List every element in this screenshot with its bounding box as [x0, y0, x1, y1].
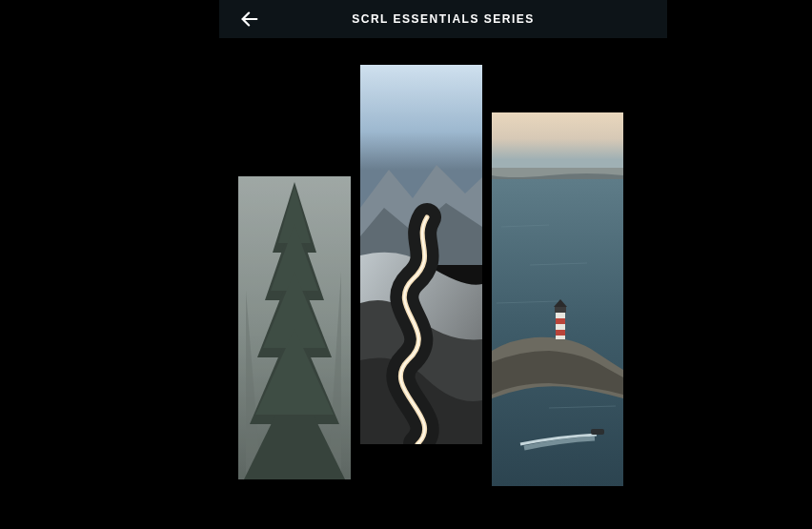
- panel-carousel[interactable]: [0, 0, 812, 529]
- panel-pine-tree[interactable]: [238, 176, 351, 479]
- winding-road-image: [360, 65, 482, 444]
- svg-rect-23: [591, 429, 604, 435]
- pine-tree-image: [238, 176, 351, 479]
- svg-rect-21: [555, 307, 566, 313]
- panel-coastal-sunset[interactable]: [492, 112, 623, 486]
- svg-rect-20: [556, 330, 565, 336]
- svg-rect-19: [556, 318, 565, 324]
- app-frame: SCRL ESSENTIALS SERIES: [0, 0, 812, 529]
- panel-winding-road[interactable]: [360, 65, 482, 444]
- svg-rect-13: [238, 176, 351, 479]
- coastal-image: [492, 112, 623, 486]
